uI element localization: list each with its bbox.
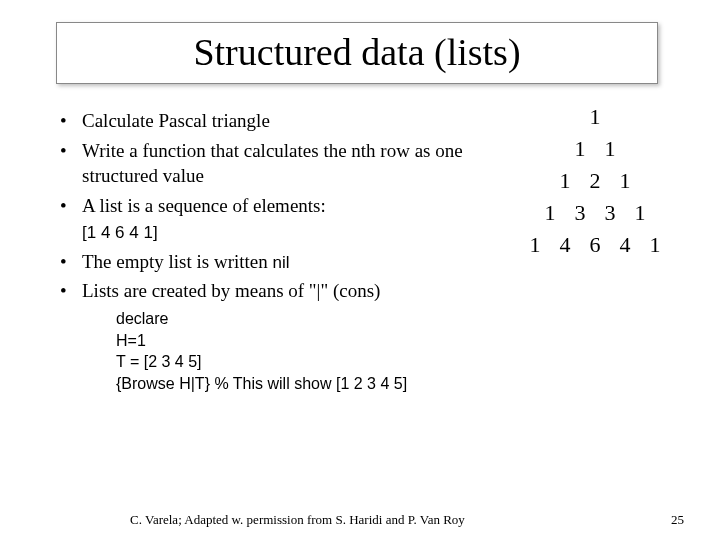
pascal-row: 11 [480,136,710,162]
code-line: H=1 [116,330,496,352]
bullet-list: Calculate Pascal triangle Write a functi… [56,108,496,304]
pascal-cell: 3 [595,200,625,226]
bullet-text: Lists are created by means of [82,280,309,301]
list-item: Write a function that calculates the nth… [56,138,496,189]
bullet-text: A list is a sequence of elements: [82,195,326,216]
pascal-cell: 4 [550,232,580,258]
pascal-cell: 3 [565,200,595,226]
pascal-row: 1 [480,104,710,130]
pascal-cell: 1 [610,168,640,194]
attribution-text: C. Varela; Adapted w. permission from S.… [130,512,465,528]
bullet-text: The empty list is written [82,251,273,272]
code-block: declare H=1 T = [2 3 4 5] {Browse H|T} %… [116,308,496,394]
list-literal: [1 4 6 4 1] [82,223,158,242]
pascal-cell: 1 [550,168,580,194]
code-line: declare [116,308,496,330]
pascal-cell: 2 [580,168,610,194]
code-line: {Browse H|T} % This will show [1 2 3 4 5… [116,373,496,395]
page-number: 25 [671,512,684,528]
pascal-cell: 6 [580,232,610,258]
bullet-text: Calculate Pascal triangle [82,110,270,131]
cons-operator: "|" (cons) [309,280,381,301]
pascal-row: 14641 [480,232,710,258]
pascal-cell: 1 [580,104,610,130]
pascal-cell: 1 [565,136,595,162]
pascal-triangle: 1 11 121 1331 14641 [480,104,710,264]
bullet-text: Write a function that calculates the nth… [82,140,463,187]
list-item: Lists are created by means of "|" (cons) [56,278,496,304]
code-line: T = [2 3 4 5] [116,351,496,373]
list-item: Calculate Pascal triangle [56,108,496,134]
pascal-row: 121 [480,168,710,194]
pascal-cell: 1 [535,200,565,226]
pascal-cell: 4 [610,232,640,258]
title-box: Structured data (lists) [56,22,658,84]
bullet-content: Calculate Pascal triangle Write a functi… [56,108,496,394]
pascal-row: 1331 [480,200,710,226]
pascal-cell: 1 [625,200,655,226]
list-item: The empty list is written nil [56,249,496,275]
pascal-cell: 1 [595,136,625,162]
list-item: A list is a sequence of elements: [1 4 6… [56,193,496,245]
slide-title: Structured data (lists) [57,23,657,81]
pascal-cell: 1 [520,232,550,258]
nil-keyword: nil [273,253,290,272]
pascal-cell: 1 [640,232,670,258]
